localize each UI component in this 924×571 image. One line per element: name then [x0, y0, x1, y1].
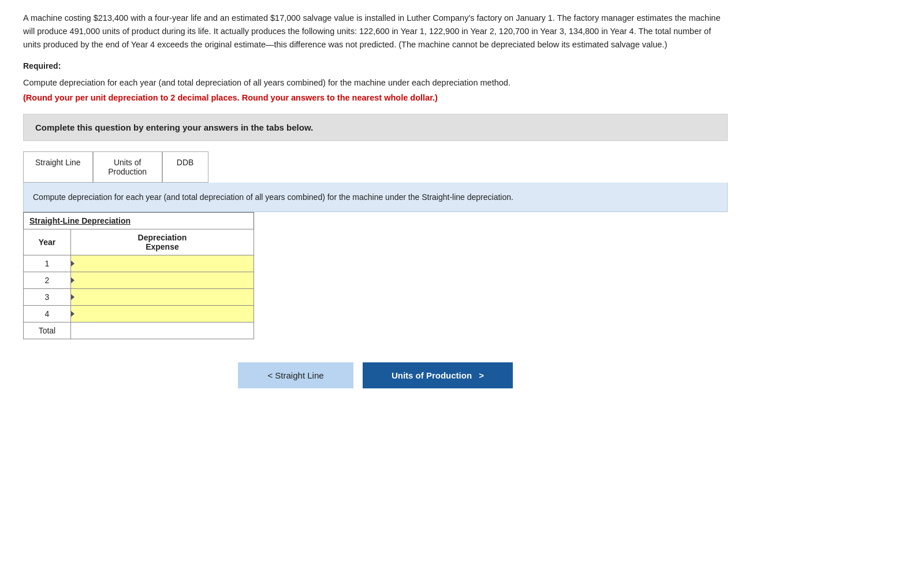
total-label: Total — [24, 322, 71, 339]
year-2-expense-input[interactable] — [76, 273, 254, 288]
next-chevron-icon: > — [479, 370, 484, 380]
total-expense-input[interactable] — [71, 323, 254, 338]
year-3-expense-input[interactable] — [76, 290, 254, 305]
table-row-total: Total — [24, 322, 254, 339]
input-indicator-3 — [71, 294, 74, 300]
table-title: Straight-Line Depreciation — [23, 212, 254, 229]
year-2-label: 2 — [24, 272, 71, 289]
table-row: 3 — [24, 289, 254, 306]
required-label: Required: — [23, 61, 901, 71]
year-1-expense-input[interactable] — [76, 256, 254, 271]
rounding-note: (Round your per unit depreciation to 2 d… — [23, 93, 728, 102]
year-4-expense-input[interactable] — [76, 306, 254, 321]
complete-box: Complete this question by entering your … — [23, 114, 728, 141]
year-2-input-cell — [70, 272, 254, 289]
table-row: 4 — [24, 306, 254, 322]
tabs-container: Straight Line Units ofProduction DDB — [23, 151, 728, 183]
instructions-text: Compute depreciation for each year (and … — [23, 76, 728, 90]
col-year-header: Year — [24, 229, 71, 255]
year-1-input-cell — [70, 255, 254, 272]
input-indicator-2 — [71, 277, 74, 283]
depreciation-table: Year DepreciationExpense 1 — [23, 229, 254, 339]
table-row: 2 — [24, 272, 254, 289]
tab-description: Compute depreciation for each year (and … — [23, 183, 728, 212]
tab-ddb[interactable]: DDB — [162, 151, 208, 183]
next-button[interactable]: Units of Production > — [363, 362, 513, 388]
table-row: 1 — [24, 255, 254, 272]
input-indicator-1 — [71, 261, 74, 266]
prev-button[interactable]: < Straight Line — [238, 362, 353, 388]
year-4-label: 4 — [24, 306, 71, 322]
year-3-label: 3 — [24, 289, 71, 306]
col-expense-header: DepreciationExpense — [70, 229, 254, 255]
depreciation-table-section: Straight-Line Depreciation Year Deprecia… — [23, 212, 254, 339]
year-1-label: 1 — [24, 255, 71, 272]
bottom-navigation: < Straight Line Units of Production > — [23, 362, 728, 388]
tab-units-of-production[interactable]: Units ofProduction — [93, 151, 162, 183]
problem-text: A machine costing $213,400 with a four-y… — [23, 12, 728, 52]
tab-straight-line[interactable]: Straight Line — [23, 151, 93, 183]
total-input-cell — [70, 322, 254, 339]
year-4-input-cell — [70, 306, 254, 322]
complete-box-text: Complete this question by entering your … — [35, 123, 313, 132]
input-indicator-4 — [71, 311, 74, 317]
problem-statement: A machine costing $213,400 with a four-y… — [23, 13, 721, 49]
year-3-input-cell — [70, 289, 254, 306]
